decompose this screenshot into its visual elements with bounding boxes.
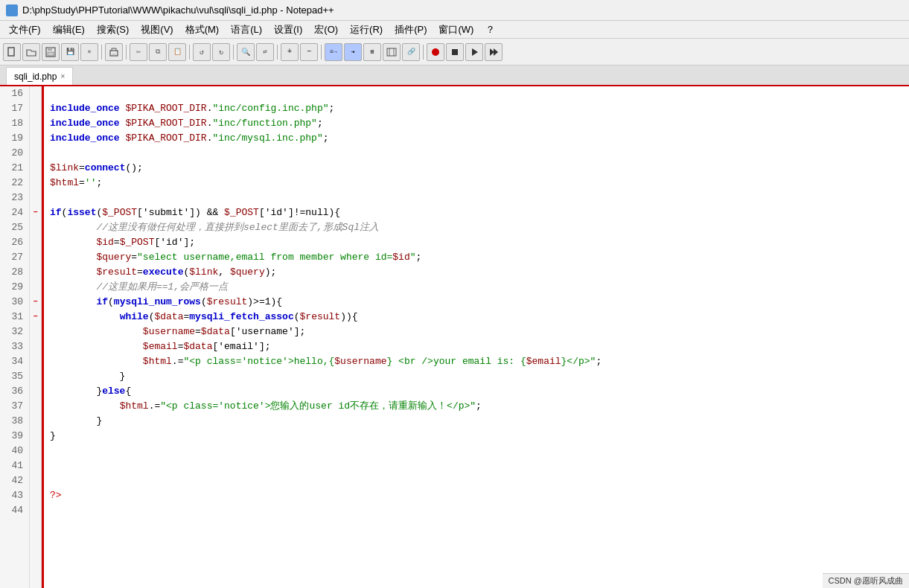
ln-42: 42	[0, 473, 29, 488]
ln-28: 28	[0, 265, 29, 280]
tab-sqli-id[interactable]: sqli_id.php ×	[6, 67, 73, 85]
editor-container: 16 17 18 19 20 21 22 23 24 25 26 27 28 2…	[0, 86, 909, 588]
ln-21: 21	[0, 161, 29, 176]
ln-27: 27	[0, 250, 29, 265]
sep7	[423, 45, 424, 60]
sep6	[321, 45, 322, 60]
map-button[interactable]	[383, 43, 401, 61]
menu-window[interactable]: 窗口(W)	[433, 22, 479, 38]
ln-41: 41	[0, 458, 29, 473]
menu-format[interactable]: 格式(M)	[179, 22, 226, 38]
fg-43	[30, 488, 41, 503]
macro-run-all[interactable]	[485, 43, 503, 61]
fg-24[interactable]: −	[30, 205, 41, 220]
code-line-39: }	[50, 429, 909, 444]
code-line-36: } else {	[50, 384, 909, 399]
print-button[interactable]	[105, 43, 123, 61]
code-line-24: if ( isset ( $_POST ['submit']) && $_POS…	[50, 205, 909, 220]
tab-label: sqli_id.php	[14, 71, 57, 82]
ln-19: 19	[0, 131, 29, 146]
ln-26: 26	[0, 235, 29, 250]
macro-stop[interactable]	[446, 43, 464, 61]
menu-language[interactable]: 语言(L)	[225, 22, 268, 38]
fg-33	[30, 339, 41, 354]
menu-settings[interactable]: 设置(I)	[268, 22, 308, 38]
tab-close-button[interactable]: ×	[60, 72, 65, 80]
fg-22	[30, 176, 41, 191]
status-text: CSDN @愿听风成曲	[829, 576, 903, 585]
indent-button[interactable]: ⇥	[344, 43, 362, 61]
cut-button[interactable]: ✂	[130, 43, 147, 61]
ln-33: 33	[0, 339, 29, 354]
ln-18: 18	[0, 116, 29, 131]
code-line-31: while ( $data = mysqli_fetch_assoc ( $re…	[50, 310, 909, 325]
redo-button[interactable]: ↻	[212, 43, 230, 61]
fg-23	[30, 191, 41, 205]
fg-37	[30, 399, 41, 414]
status-bar: CSDN @愿听风成曲	[823, 573, 909, 588]
code-line-34: $html .= "<p class='notice'>hello,{ $use…	[50, 354, 909, 369]
fg-39	[30, 429, 41, 444]
save-button[interactable]	[42, 43, 60, 61]
fg-26	[30, 235, 41, 250]
fg-32	[30, 325, 41, 339]
fg-38	[30, 414, 41, 429]
menu-run[interactable]: 运行(R)	[344, 22, 389, 38]
menu-view[interactable]: 视图(V)	[135, 22, 179, 38]
ln-35: 35	[0, 369, 29, 384]
zoom-out-button[interactable]: −	[300, 43, 318, 61]
code-line-18: include_once $PIKA_ROOT_DIR . "inc/funct…	[50, 116, 909, 131]
new-button[interactable]	[3, 43, 21, 61]
svg-rect-2	[48, 48, 52, 51]
menu-file[interactable]: 文件(F)	[3, 22, 47, 38]
fg-31[interactable]: −	[30, 310, 41, 325]
sep5	[277, 45, 278, 60]
ln-39: 39	[0, 429, 29, 444]
open-button[interactable]	[22, 43, 40, 61]
ln-20: 20	[0, 146, 29, 161]
code-line-20	[50, 146, 909, 161]
menu-help[interactable]: ？	[479, 22, 501, 38]
menu-plugins[interactable]: 插件(P)	[389, 22, 433, 38]
paste-button[interactable]: 📋	[168, 43, 186, 61]
ln-40: 40	[0, 444, 29, 458]
save-all-button[interactable]: 💾	[61, 43, 79, 61]
fg-25	[30, 220, 41, 235]
grid-button[interactable]: ⊞	[363, 43, 381, 61]
svg-marker-13	[494, 48, 498, 56]
ln-29: 29	[0, 280, 29, 295]
code-line-22: $html = '' ;	[50, 176, 909, 191]
find-button[interactable]: 🔍	[237, 43, 255, 61]
svg-point-9	[432, 48, 439, 56]
sep4	[233, 45, 234, 60]
undo-button[interactable]: ↺	[193, 43, 211, 61]
macro-play[interactable]	[465, 43, 483, 61]
code-line-43: ?>	[50, 488, 909, 503]
fg-34	[30, 354, 41, 369]
zoom-in-button[interactable]: +	[281, 43, 299, 61]
code-area[interactable]: include_once $PIKA_ROOT_DIR . "inc/confi…	[44, 86, 909, 588]
macro-record[interactable]	[427, 43, 444, 61]
menu-search[interactable]: 搜索(S)	[91, 22, 135, 38]
svg-rect-10	[452, 49, 458, 55]
code-line-29: //这里如果用==1,会严格一点	[50, 280, 909, 295]
ln-31: 31	[0, 310, 29, 325]
code-line-16	[50, 86, 909, 101]
replace-button[interactable]: ⇄	[256, 43, 274, 61]
sep1	[101, 45, 102, 60]
close-button[interactable]: ✕	[80, 43, 98, 61]
code-line-41	[50, 458, 909, 473]
fg-29	[30, 280, 41, 295]
ln-37: 37	[0, 399, 29, 414]
sync-button[interactable]: 🔗	[402, 43, 420, 61]
fg-27	[30, 250, 41, 265]
menu-edit[interactable]: 编辑(E)	[47, 22, 91, 38]
fg-30[interactable]: −	[30, 295, 41, 310]
menu-macro[interactable]: 宏(O)	[308, 22, 344, 38]
fg-42	[30, 473, 41, 488]
wrap-button[interactable]: ≡→	[325, 43, 342, 61]
fg-36	[30, 384, 41, 399]
fg-40	[30, 444, 41, 458]
code-line-44	[50, 503, 909, 518]
copy-button[interactable]: ⧉	[149, 43, 167, 61]
